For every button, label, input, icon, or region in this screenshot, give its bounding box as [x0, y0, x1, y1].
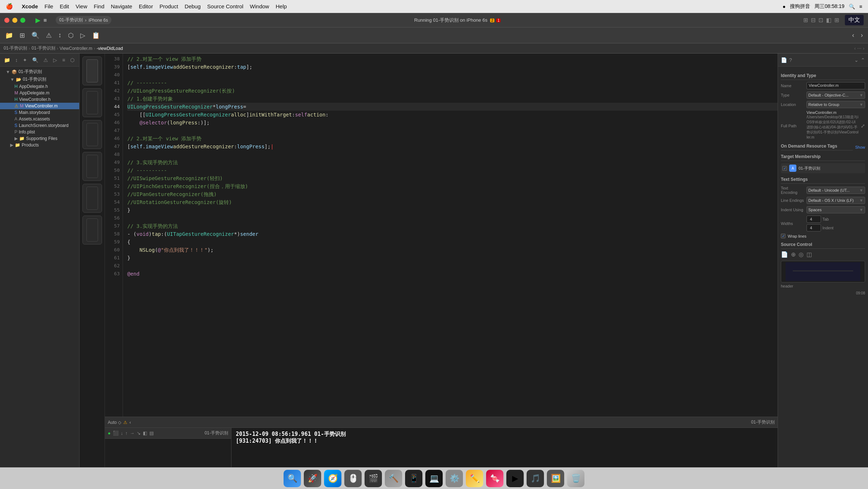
dock-safari[interactable]: 🧭	[324, 470, 341, 487]
nav-debug-icon[interactable]: ≡	[60, 56, 67, 64]
type-dropdown[interactable]: Default - Objective-C... ▼	[807, 92, 865, 99]
nav-symbol-icon[interactable]: ✦	[21, 56, 29, 64]
file-inspector-icon[interactable]: 📄	[781, 57, 787, 63]
step-instruction-btn[interactable]: →	[130, 430, 135, 436]
run-button[interactable]: ▶	[35, 16, 41, 24]
code-content[interactable]: // 2.对某一个 view 添加手势 [self.imageView addG…	[123, 54, 778, 417]
minimize-button[interactable]	[12, 18, 17, 23]
menu-window[interactable]: Window	[250, 3, 269, 9]
sc-history-icon[interactable]: ◎	[799, 251, 804, 258]
menu-debug[interactable]: Debug	[185, 3, 201, 9]
breadcrumb-item-1[interactable]: 01-手势识别	[31, 45, 55, 51]
step-into-instruction-btn[interactable]: ↘	[137, 430, 141, 436]
tree-item-main-storyboard[interactable]: S Main.storyboard	[0, 109, 79, 116]
scheme-selector[interactable]: 01-手势识别 › iPhone 6s	[56, 16, 112, 24]
search-icon-toolbar[interactable]: 🔍	[29, 30, 42, 41]
add-icon[interactable]: ⊞	[17, 30, 27, 41]
tree-item-root[interactable]: ▼ 📦 01-手势识别	[0, 68, 79, 76]
navigator-toggle[interactable]: ⊞	[803, 17, 808, 24]
device-thumb-3[interactable]	[82, 120, 102, 149]
dock-mouse[interactable]: 🖱️	[344, 470, 362, 487]
menu-edit[interactable]: Edit	[60, 3, 69, 9]
nav-source-icon[interactable]: ↕	[13, 56, 20, 64]
tree-item-products[interactable]: ▶ 📁 Products	[0, 142, 79, 148]
layout-toggle[interactable]: ◧	[826, 17, 831, 24]
step-over-btn[interactable]: ⬛	[113, 430, 119, 436]
notification-icon[interactable]: ≡	[859, 4, 862, 9]
device-thumb-5[interactable]	[82, 184, 102, 213]
breadcrumb-more[interactable]: ⋯	[857, 46, 861, 51]
apple-menu[interactable]: 🍎	[6, 3, 13, 10]
device-thumb-2[interactable]	[82, 88, 102, 117]
step-out-btn[interactable]: ↑	[125, 430, 128, 436]
breadcrumb-item-2[interactable]: ViewController.m	[60, 46, 92, 51]
prev-warning[interactable]: ‹	[129, 420, 131, 425]
tree-item-assets[interactable]: A Assets.xcassets	[0, 116, 79, 122]
menu-file[interactable]: File	[44, 3, 53, 9]
dock-video[interactable]: ▶	[506, 470, 524, 487]
debug-toggle[interactable]: ⊟	[811, 17, 816, 24]
warnings-icon[interactable]: ⚠	[44, 30, 54, 41]
step-into-btn[interactable]: ↓	[121, 430, 123, 436]
resize-up-icon[interactable]: ⌃	[861, 57, 865, 63]
resize-down-icon[interactable]: ⌄	[854, 57, 859, 63]
dock-finder[interactable]: 🔍	[284, 470, 301, 487]
nav-folder-icon[interactable]: 📁	[2, 56, 12, 64]
breadcrumb-item-0[interactable]: 01-手势识别	[4, 45, 27, 51]
debug-console[interactable]: 2015-12-09 08:56:19.961 01-手势识别 [931:247…	[231, 428, 778, 467]
debug-memory-btn[interactable]: ◧	[143, 430, 147, 436]
dock-trash[interactable]: 🗑️	[567, 470, 584, 487]
tree-item-supporting-files[interactable]: ▶ 📁 Supporting Files	[0, 135, 79, 142]
sc-diff-icon[interactable]: ⊕	[791, 251, 796, 258]
tree-item-viewcontroller-m[interactable]: ⚠ M ViewController.m	[0, 103, 79, 109]
view-memory-btn[interactable]: ▤	[149, 430, 154, 436]
maximize-button[interactable]	[20, 18, 25, 23]
sc-blame-icon[interactable]: ◫	[807, 251, 812, 258]
close-button[interactable]	[4, 18, 9, 23]
dock-launchpad[interactable]: 🚀	[304, 470, 321, 487]
menu-editor[interactable]: Editor	[139, 3, 153, 9]
text-encoding-dropdown[interactable]: Default - Unicode (UT... ▼	[807, 187, 865, 194]
source-control-icon[interactable]: ↕	[56, 30, 64, 41]
code-area[interactable]: 38 39 40 41 42 43 44 45 46 47 46 47 48 4…	[105, 54, 778, 417]
indent-width-input[interactable]	[807, 224, 821, 231]
folder-icon[interactable]: 📁	[3, 30, 15, 41]
line-endings-dropdown[interactable]: Default - OS X / Unix (LF) ▼	[807, 197, 865, 204]
breadcrumb-forward[interactable]: ›	[863, 46, 864, 51]
chinese-input-indicator[interactable]: 中文	[845, 15, 864, 25]
dock-term[interactable]: 💻	[425, 470, 443, 487]
continue-btn[interactable]: ●	[108, 430, 111, 436]
menu-help[interactable]: Help	[276, 3, 287, 9]
search-icon[interactable]: 🔍	[849, 4, 855, 9]
dock-music[interactable]: 🎵	[527, 470, 544, 487]
inspector-toggle[interactable]: ⊡	[818, 17, 823, 24]
nav-test-icon[interactable]: ▷	[51, 56, 59, 64]
warning-icon-bottom[interactable]: ⚠	[123, 420, 127, 425]
nav-breakpoint-icon[interactable]: ⬡	[68, 56, 76, 64]
tree-item-appdelegate-h[interactable]: H AppDelegate.h	[0, 83, 79, 90]
location-dropdown[interactable]: Relative to Group ▼	[807, 101, 865, 108]
menu-find[interactable]: Find	[94, 3, 104, 9]
sc-document-icon[interactable]: 📄	[781, 251, 788, 258]
dock-candy[interactable]: 🍬	[486, 470, 503, 487]
wrap-lines-checkbox[interactable]: ✓	[781, 234, 786, 238]
menu-view[interactable]: View	[76, 3, 87, 9]
filter-output[interactable]: 01-手势识别	[751, 419, 775, 425]
tree-item-viewcontroller-h[interactable]: H ViewController.h	[0, 96, 79, 103]
device-thumb-4[interactable]	[82, 152, 102, 181]
stop-button[interactable]: ■	[43, 17, 47, 24]
nav-issue-icon[interactable]: ⚠	[42, 56, 50, 64]
back-button[interactable]: ‹	[850, 30, 856, 41]
report-icon[interactable]: 📋	[90, 30, 102, 41]
dock-phone[interactable]: 📱	[405, 470, 422, 487]
name-input[interactable]: ViewController.m	[807, 82, 865, 89]
forward-button[interactable]: ›	[859, 30, 865, 41]
reveal-in-finder-icon[interactable]: ⤢	[861, 123, 865, 129]
dock-preview[interactable]: 🖼️	[547, 470, 564, 487]
dock-sketch[interactable]: ✏️	[466, 470, 483, 487]
test-icon[interactable]: ▷	[78, 30, 88, 41]
quick-help-icon[interactable]: ?	[789, 57, 792, 63]
target-checkbox[interactable]: ✓	[782, 166, 787, 171]
dock-media[interactable]: 🎬	[365, 470, 382, 487]
tree-item-launch-storyboard[interactable]: S LaunchScreen.storyboard	[0, 122, 79, 129]
